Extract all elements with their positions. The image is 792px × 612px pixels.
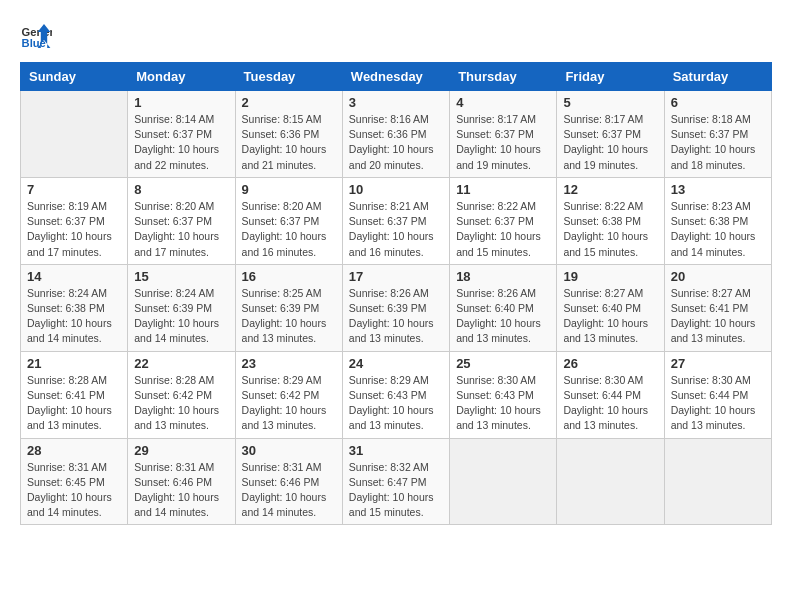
day-info: Sunrise: 8:17 AMSunset: 6:37 PMDaylight:… xyxy=(563,112,657,173)
day-info: Sunrise: 8:19 AMSunset: 6:37 PMDaylight:… xyxy=(27,199,121,260)
day-number: 15 xyxy=(134,269,228,284)
day-number: 17 xyxy=(349,269,443,284)
day-cell: 25Sunrise: 8:30 AMSunset: 6:43 PMDayligh… xyxy=(450,351,557,438)
day-header-monday: Monday xyxy=(128,63,235,91)
day-number: 23 xyxy=(242,356,336,371)
days-header-row: SundayMondayTuesdayWednesdayThursdayFrid… xyxy=(21,63,772,91)
day-info: Sunrise: 8:21 AMSunset: 6:37 PMDaylight:… xyxy=(349,199,443,260)
day-info: Sunrise: 8:27 AMSunset: 6:40 PMDaylight:… xyxy=(563,286,657,347)
day-cell: 10Sunrise: 8:21 AMSunset: 6:37 PMDayligh… xyxy=(342,177,449,264)
day-header-sunday: Sunday xyxy=(21,63,128,91)
day-number: 7 xyxy=(27,182,121,197)
day-number: 26 xyxy=(563,356,657,371)
day-number: 16 xyxy=(242,269,336,284)
day-info: Sunrise: 8:18 AMSunset: 6:37 PMDaylight:… xyxy=(671,112,765,173)
day-cell: 22Sunrise: 8:28 AMSunset: 6:42 PMDayligh… xyxy=(128,351,235,438)
day-info: Sunrise: 8:17 AMSunset: 6:37 PMDaylight:… xyxy=(456,112,550,173)
day-cell: 2Sunrise: 8:15 AMSunset: 6:36 PMDaylight… xyxy=(235,91,342,178)
day-cell xyxy=(557,438,664,525)
week-row-1: 1Sunrise: 8:14 AMSunset: 6:37 PMDaylight… xyxy=(21,91,772,178)
day-number: 12 xyxy=(563,182,657,197)
day-info: Sunrise: 8:22 AMSunset: 6:37 PMDaylight:… xyxy=(456,199,550,260)
day-info: Sunrise: 8:30 AMSunset: 6:44 PMDaylight:… xyxy=(563,373,657,434)
day-number: 10 xyxy=(349,182,443,197)
day-info: Sunrise: 8:14 AMSunset: 6:37 PMDaylight:… xyxy=(134,112,228,173)
day-number: 28 xyxy=(27,443,121,458)
day-info: Sunrise: 8:31 AMSunset: 6:45 PMDaylight:… xyxy=(27,460,121,521)
day-cell: 27Sunrise: 8:30 AMSunset: 6:44 PMDayligh… xyxy=(664,351,771,438)
day-cell: 16Sunrise: 8:25 AMSunset: 6:39 PMDayligh… xyxy=(235,264,342,351)
day-cell: 8Sunrise: 8:20 AMSunset: 6:37 PMDaylight… xyxy=(128,177,235,264)
day-info: Sunrise: 8:32 AMSunset: 6:47 PMDaylight:… xyxy=(349,460,443,521)
day-info: Sunrise: 8:28 AMSunset: 6:42 PMDaylight:… xyxy=(134,373,228,434)
day-header-saturday: Saturday xyxy=(664,63,771,91)
day-cell: 28Sunrise: 8:31 AMSunset: 6:45 PMDayligh… xyxy=(21,438,128,525)
day-number: 19 xyxy=(563,269,657,284)
day-cell: 23Sunrise: 8:29 AMSunset: 6:42 PMDayligh… xyxy=(235,351,342,438)
day-info: Sunrise: 8:29 AMSunset: 6:43 PMDaylight:… xyxy=(349,373,443,434)
day-number: 11 xyxy=(456,182,550,197)
day-header-wednesday: Wednesday xyxy=(342,63,449,91)
day-cell: 19Sunrise: 8:27 AMSunset: 6:40 PMDayligh… xyxy=(557,264,664,351)
day-info: Sunrise: 8:20 AMSunset: 6:37 PMDaylight:… xyxy=(134,199,228,260)
day-cell: 26Sunrise: 8:30 AMSunset: 6:44 PMDayligh… xyxy=(557,351,664,438)
day-cell: 21Sunrise: 8:28 AMSunset: 6:41 PMDayligh… xyxy=(21,351,128,438)
day-info: Sunrise: 8:29 AMSunset: 6:42 PMDaylight:… xyxy=(242,373,336,434)
day-cell xyxy=(664,438,771,525)
calendar-table: SundayMondayTuesdayWednesdayThursdayFrid… xyxy=(20,62,772,525)
day-cell: 11Sunrise: 8:22 AMSunset: 6:37 PMDayligh… xyxy=(450,177,557,264)
day-cell: 12Sunrise: 8:22 AMSunset: 6:38 PMDayligh… xyxy=(557,177,664,264)
day-info: Sunrise: 8:31 AMSunset: 6:46 PMDaylight:… xyxy=(242,460,336,521)
week-row-3: 14Sunrise: 8:24 AMSunset: 6:38 PMDayligh… xyxy=(21,264,772,351)
day-number: 30 xyxy=(242,443,336,458)
day-number: 24 xyxy=(349,356,443,371)
day-cell: 3Sunrise: 8:16 AMSunset: 6:36 PMDaylight… xyxy=(342,91,449,178)
day-number: 2 xyxy=(242,95,336,110)
day-number: 4 xyxy=(456,95,550,110)
day-number: 18 xyxy=(456,269,550,284)
day-cell: 13Sunrise: 8:23 AMSunset: 6:38 PMDayligh… xyxy=(664,177,771,264)
day-number: 20 xyxy=(671,269,765,284)
day-cell: 5Sunrise: 8:17 AMSunset: 6:37 PMDaylight… xyxy=(557,91,664,178)
day-number: 8 xyxy=(134,182,228,197)
day-info: Sunrise: 8:28 AMSunset: 6:41 PMDaylight:… xyxy=(27,373,121,434)
day-cell: 31Sunrise: 8:32 AMSunset: 6:47 PMDayligh… xyxy=(342,438,449,525)
day-info: Sunrise: 8:27 AMSunset: 6:41 PMDaylight:… xyxy=(671,286,765,347)
day-cell xyxy=(450,438,557,525)
day-number: 9 xyxy=(242,182,336,197)
day-number: 31 xyxy=(349,443,443,458)
day-info: Sunrise: 8:20 AMSunset: 6:37 PMDaylight:… xyxy=(242,199,336,260)
day-info: Sunrise: 8:31 AMSunset: 6:46 PMDaylight:… xyxy=(134,460,228,521)
day-info: Sunrise: 8:30 AMSunset: 6:44 PMDaylight:… xyxy=(671,373,765,434)
logo: General Blue xyxy=(20,20,52,52)
week-row-5: 28Sunrise: 8:31 AMSunset: 6:45 PMDayligh… xyxy=(21,438,772,525)
day-info: Sunrise: 8:24 AMSunset: 6:38 PMDaylight:… xyxy=(27,286,121,347)
day-number: 5 xyxy=(563,95,657,110)
day-cell: 7Sunrise: 8:19 AMSunset: 6:37 PMDaylight… xyxy=(21,177,128,264)
day-header-tuesday: Tuesday xyxy=(235,63,342,91)
week-row-4: 21Sunrise: 8:28 AMSunset: 6:41 PMDayligh… xyxy=(21,351,772,438)
day-header-thursday: Thursday xyxy=(450,63,557,91)
day-number: 29 xyxy=(134,443,228,458)
logo-icon: General Blue xyxy=(20,20,52,52)
day-cell: 4Sunrise: 8:17 AMSunset: 6:37 PMDaylight… xyxy=(450,91,557,178)
day-cell: 6Sunrise: 8:18 AMSunset: 6:37 PMDaylight… xyxy=(664,91,771,178)
day-info: Sunrise: 8:23 AMSunset: 6:38 PMDaylight:… xyxy=(671,199,765,260)
day-info: Sunrise: 8:16 AMSunset: 6:36 PMDaylight:… xyxy=(349,112,443,173)
day-cell: 17Sunrise: 8:26 AMSunset: 6:39 PMDayligh… xyxy=(342,264,449,351)
day-number: 6 xyxy=(671,95,765,110)
day-cell: 29Sunrise: 8:31 AMSunset: 6:46 PMDayligh… xyxy=(128,438,235,525)
day-number: 13 xyxy=(671,182,765,197)
day-number: 27 xyxy=(671,356,765,371)
day-number: 1 xyxy=(134,95,228,110)
day-info: Sunrise: 8:22 AMSunset: 6:38 PMDaylight:… xyxy=(563,199,657,260)
day-header-friday: Friday xyxy=(557,63,664,91)
day-cell: 1Sunrise: 8:14 AMSunset: 6:37 PMDaylight… xyxy=(128,91,235,178)
day-cell: 24Sunrise: 8:29 AMSunset: 6:43 PMDayligh… xyxy=(342,351,449,438)
day-info: Sunrise: 8:25 AMSunset: 6:39 PMDaylight:… xyxy=(242,286,336,347)
day-cell: 20Sunrise: 8:27 AMSunset: 6:41 PMDayligh… xyxy=(664,264,771,351)
day-cell: 15Sunrise: 8:24 AMSunset: 6:39 PMDayligh… xyxy=(128,264,235,351)
day-number: 14 xyxy=(27,269,121,284)
day-info: Sunrise: 8:26 AMSunset: 6:39 PMDaylight:… xyxy=(349,286,443,347)
day-info: Sunrise: 8:26 AMSunset: 6:40 PMDaylight:… xyxy=(456,286,550,347)
